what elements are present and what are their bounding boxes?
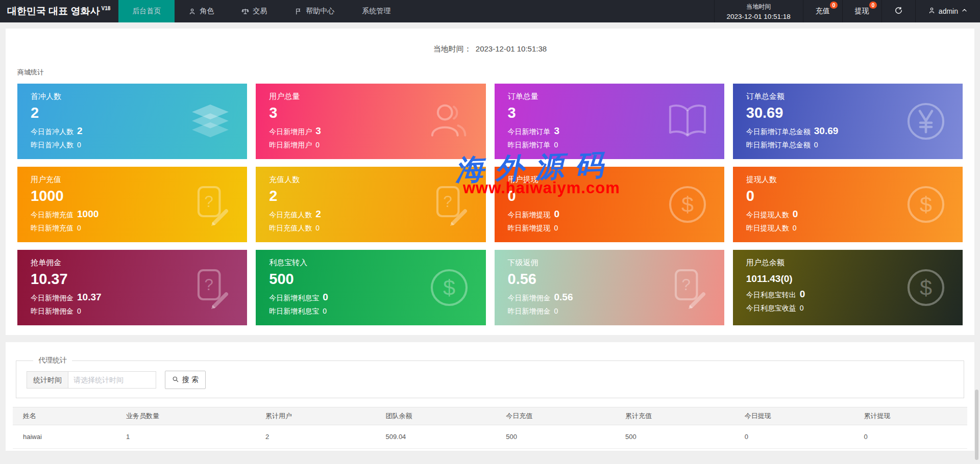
search-icon <box>172 376 179 384</box>
header-time-label: 当地时间 <box>746 3 771 11</box>
nav-item-label: 角色 <box>200 7 214 16</box>
line-label: 今日新增佣金 <box>508 294 551 303</box>
line-value: 2 <box>77 125 83 137</box>
header-time-value: 2023-12-01 10:51:18 <box>727 13 791 20</box>
doc-edit-icon: ? <box>187 264 234 311</box>
stat-card: 用户总量3今日新增用户3昨日新增用户0 <box>256 84 485 159</box>
recharge-label: 充值 <box>816 7 830 16</box>
line-value: 3 <box>315 125 321 137</box>
line-label: 昨日新增充值 <box>31 224 74 233</box>
local-time-value: 2023-12-01 10:51:38 <box>476 44 547 53</box>
line-value: 0 <box>77 224 81 232</box>
doc-edit-icon: ? <box>664 264 711 311</box>
table-cell: haiwai <box>13 425 116 449</box>
nav-item-label: 系统管理 <box>362 7 390 16</box>
line-label: 今日提现人数 <box>746 211 789 220</box>
table-header-cell: 累计提现 <box>853 407 967 425</box>
table-row: haiwai12509.0450050000 <box>13 425 967 449</box>
withdraw-button[interactable]: 提现 0 <box>842 0 881 22</box>
user-icon <box>928 7 936 16</box>
line-label: 今日首冲人数 <box>31 127 74 137</box>
line-label: 昨日新增佣金 <box>31 307 74 316</box>
table-cell: 0 <box>853 425 967 449</box>
stat-card: 利息宝转入500今日新增利息宝0昨日新增利息宝0$ <box>256 250 485 325</box>
line-value: 0 <box>77 307 81 315</box>
stat-card: 用户充值1000今日新增充值1000昨日新增充值0? <box>17 167 247 242</box>
table-cell: 0 <box>734 425 854 449</box>
table-cell: 509.04 <box>376 425 496 449</box>
header-local-time: 当地时间 2023-12-01 10:51:18 <box>714 0 803 22</box>
search-button[interactable]: 搜 索 <box>165 371 206 389</box>
nav-item-trade[interactable]: 交易 <box>228 0 281 22</box>
stat-time-label: 统计时间 <box>27 371 68 389</box>
stack-icon <box>187 98 234 145</box>
withdraw-badge: 0 <box>869 2 877 9</box>
line-label: 昨日提现人数 <box>746 224 789 233</box>
nav-item-roles[interactable]: 角色 <box>175 0 228 22</box>
line-label: 今日新增佣金 <box>31 294 74 303</box>
user-menu[interactable]: admin <box>915 0 980 22</box>
svg-text:$: $ <box>443 275 455 300</box>
app-title: 대한민국 대표 영화사 V18 <box>0 0 118 22</box>
nav-item-label: 帮助中心 <box>306 7 334 16</box>
table-header-cell: 累计充值 <box>615 407 734 425</box>
agent-table: 姓名业务员数量累计用户团队余额今日充值累计充值今日提现累计提现 haiwai12… <box>13 407 967 449</box>
dollar-icon: $ <box>426 264 473 311</box>
table-cell: 500 <box>496 425 615 449</box>
table-header-cell: 业务员数量 <box>116 407 255 425</box>
line-value: 0 <box>814 141 818 149</box>
stat-time-input[interactable] <box>68 371 156 389</box>
table-cell: 1 <box>116 425 255 449</box>
nav-item-label: 后台首页 <box>132 7 161 16</box>
search-button-label: 搜 索 <box>182 375 199 384</box>
line-label: 今日新增用户 <box>269 127 312 137</box>
top-header: 대한민국 대표 영화사 V18 后台首页角色交易帮助中心系统管理 当地时间 20… <box>0 0 980 22</box>
line-value: 0 <box>793 209 798 220</box>
agent-legend: 代理统计 <box>33 356 72 365</box>
svg-text:$: $ <box>920 275 932 300</box>
line-label: 今日充值人数 <box>269 211 312 220</box>
refresh-icon <box>894 6 903 16</box>
line-label: 昨日新增订单总金额 <box>746 141 811 150</box>
nav-item-help[interactable]: 帮助中心 <box>281 0 348 22</box>
stat-card: 订单总金额30.69今日新增订单总金额30.69昨日新增订单总金额0 <box>733 84 963 159</box>
line-value: 0 <box>800 289 805 300</box>
line-value: 2 <box>315 209 321 220</box>
page-scrollbar[interactable] <box>975 390 978 460</box>
local-time-line: 当地时间：2023-12-01 10:51:38 <box>6 29 974 54</box>
recharge-button[interactable]: 充值 0 <box>803 0 842 22</box>
table-header-cell: 今日充值 <box>496 407 615 425</box>
user-icon <box>426 98 473 145</box>
filter-row: 统计时间 搜 索 <box>27 371 953 389</box>
svg-text:$: $ <box>681 192 694 217</box>
book-icon <box>664 98 711 145</box>
line-label: 今日新增利息宝 <box>269 294 319 303</box>
nav-item-home[interactable]: 后台首页 <box>118 0 175 22</box>
yen-icon <box>902 98 949 145</box>
doc-edit-icon: ? <box>187 181 234 228</box>
app-title-text: 대한민국 대표 영화사 <box>7 5 100 18</box>
agent-fieldset: 代理统计 统计时间 搜 索 <box>16 356 964 398</box>
stat-card: 充值人数2今日充值人数2昨日充值人数0? <box>256 167 485 242</box>
line-value: 0 <box>800 304 804 312</box>
nav-item-system[interactable]: 系统管理 <box>348 0 404 22</box>
refresh-button[interactable] <box>881 0 915 22</box>
stat-card: 提现人数0今日提现人数0昨日提现人数0$ <box>733 167 963 242</box>
line-label: 昨日充值人数 <box>269 224 312 233</box>
user-icon <box>188 8 196 15</box>
line-value: 0 <box>554 209 560 220</box>
table-body: haiwai12509.0450050000 <box>13 425 967 449</box>
table-header-cell: 姓名 <box>13 407 116 425</box>
table-cell: 2 <box>255 425 376 449</box>
line-value: 0 <box>315 224 320 232</box>
stat-time-group: 统计时间 <box>27 371 156 389</box>
dollar-icon: $ <box>664 181 711 228</box>
flag-icon <box>295 8 302 15</box>
local-time-label: 当地时间： <box>433 44 472 53</box>
line-value: 0 <box>315 141 320 149</box>
chevron-up-icon <box>961 7 968 15</box>
line-label: 今日新增提现 <box>508 211 551 220</box>
svg-text:?: ? <box>205 193 213 211</box>
table-header-cell: 团队余额 <box>376 407 496 425</box>
line-label: 昨日新增提现 <box>508 224 551 233</box>
